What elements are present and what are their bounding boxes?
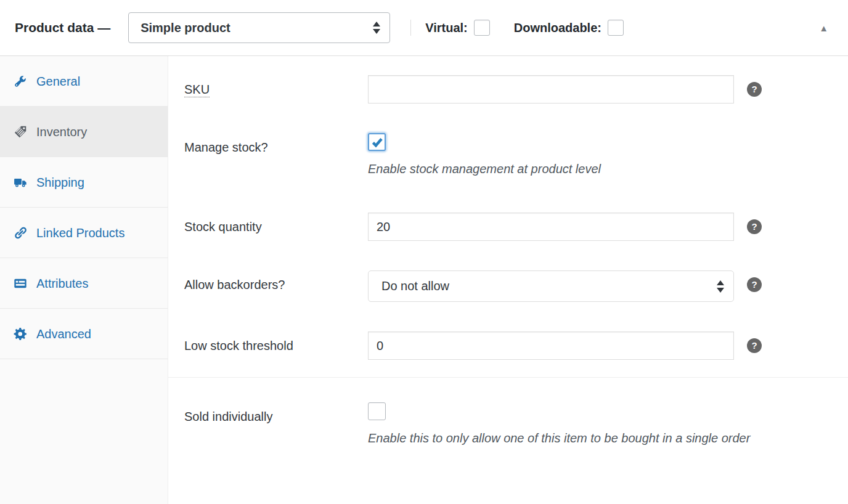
section-divider (168, 377, 848, 378)
downloadable-label: Downloadable: (514, 21, 601, 35)
tab-advanced[interactable]: Advanced (0, 309, 168, 359)
tab-label: Attributes (36, 277, 88, 290)
tab-label: Shipping (36, 176, 84, 189)
tab-general[interactable]: General (0, 56, 168, 107)
backorders-label: Allow backorders? (184, 270, 368, 292)
sold-individually-checkbox[interactable] (368, 402, 386, 420)
tab-attributes[interactable]: Attributes (0, 258, 168, 309)
tab-shipping[interactable]: Shipping (0, 157, 168, 208)
downloadable-group: Downloadable: (514, 20, 624, 36)
backorders-select-value: Do not allow (381, 279, 449, 293)
product-data-header: Product data — Simple product Virtual: D… (0, 0, 848, 56)
product-type-select[interactable]: Simple product (128, 12, 390, 43)
select-arrows-icon (717, 280, 724, 293)
tab-inventory[interactable]: Inventory (0, 107, 168, 157)
tab-label: Linked Products (36, 226, 124, 240)
stock-quantity-help-icon[interactable]: ? (747, 219, 762, 234)
tab-label: Inventory (36, 125, 87, 139)
backorders-select[interactable]: Do not allow (368, 270, 734, 302)
page-title: Product data — (15, 20, 110, 35)
sold-individually-row: Sold individually Enable this to only al… (184, 402, 848, 452)
inventory-panel: SKU ? Manage stock? Enable stock managem… (168, 56, 848, 504)
tab-label: Advanced (36, 327, 91, 341)
truck-icon (14, 173, 27, 186)
header-divider (410, 20, 411, 36)
tag-icon (14, 122, 27, 136)
backorders-help-icon[interactable]: ? (747, 277, 762, 292)
low-stock-help-icon[interactable]: ? (747, 338, 762, 353)
sold-individually-description: Enable this to only allow one of this it… (368, 424, 750, 452)
tab-linked-products[interactable]: Linked Products (0, 208, 168, 258)
stock-quantity-row: Stock quantity ? (184, 213, 848, 241)
tab-label: General (36, 75, 80, 88)
product-type-value: Simple product (141, 21, 230, 35)
sold-individually-label: Sold individually (184, 402, 368, 424)
product-data-body: General Inventory Shipping (0, 56, 848, 504)
low-stock-row: Low stock threshold ? (184, 331, 848, 360)
backorders-row: Allow backorders? Do not allow ? (184, 270, 848, 302)
manage-stock-row: Manage stock? Enable stock management at… (184, 133, 848, 183)
wrench-icon (14, 71, 27, 85)
product-data-tabs: General Inventory Shipping (0, 56, 168, 504)
virtual-label: Virtual: (425, 21, 468, 35)
virtual-group: Virtual: (425, 20, 490, 36)
sku-input[interactable] (368, 75, 734, 104)
low-stock-label: Low stock threshold (184, 331, 368, 353)
sku-row: SKU ? (184, 75, 848, 104)
gear-icon (14, 324, 27, 338)
checkmark-icon (370, 136, 384, 149)
manage-stock-description: Enable stock management at product level (368, 155, 601, 183)
sku-help-icon[interactable]: ? (747, 82, 762, 97)
manage-stock-checkbox[interactable] (368, 133, 386, 151)
select-arrows-icon (373, 22, 380, 34)
attributes-card-icon (14, 274, 27, 287)
collapse-arrow-icon[interactable]: ▲ (815, 20, 832, 36)
stock-quantity-label: Stock quantity (184, 213, 368, 234)
downloadable-checkbox[interactable] (608, 20, 624, 36)
manage-stock-label: Manage stock? (184, 133, 368, 155)
stock-quantity-input[interactable] (368, 213, 734, 241)
sku-label[interactable]: SKU (184, 75, 368, 97)
virtual-checkbox[interactable] (474, 20, 490, 36)
low-stock-input[interactable] (368, 331, 734, 360)
link-icon (14, 223, 27, 237)
